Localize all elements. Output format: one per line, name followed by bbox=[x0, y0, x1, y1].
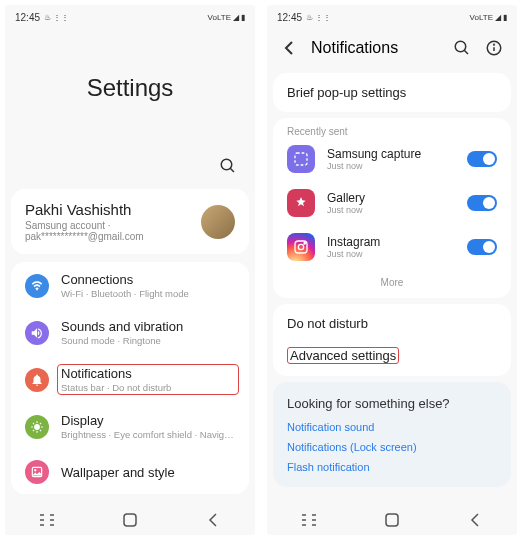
info-icon[interactable] bbox=[485, 39, 503, 57]
app-text: Samsung capture Just now bbox=[327, 147, 455, 171]
brief-popup-label: Brief pop-up settings bbox=[273, 73, 511, 112]
page-title: Settings bbox=[5, 29, 255, 157]
account-sub: Samsung account · pak************@gmail.… bbox=[25, 220, 201, 242]
home-button[interactable] bbox=[383, 511, 401, 529]
svg-rect-27 bbox=[386, 514, 398, 526]
settings-item-text: ConnectionsWi-Fi · Bluetooth · Flight mo… bbox=[61, 272, 235, 299]
back-button[interactable] bbox=[466, 511, 484, 529]
svg-line-13 bbox=[464, 50, 468, 54]
recently-sent-card: Recently sent Samsung capture Just now G… bbox=[273, 118, 511, 298]
svg-point-2 bbox=[34, 424, 40, 430]
nav-bar bbox=[267, 505, 517, 535]
nav-bar bbox=[5, 505, 255, 535]
settings-item-text: DisplayBrightness · Eye comfort shield ·… bbox=[61, 413, 235, 440]
dnd-advanced-card: Do not disturb Advanced settings bbox=[273, 304, 511, 376]
app-row-instagram[interactable]: Instagram Just now bbox=[273, 225, 511, 269]
settings-list: ConnectionsWi-Fi · Bluetooth · Flight mo… bbox=[11, 262, 249, 494]
app-text: Instagram Just now bbox=[327, 235, 455, 259]
settings-item-connections[interactable]: ConnectionsWi-Fi · Bluetooth · Flight mo… bbox=[11, 262, 249, 309]
bell-icon bbox=[25, 368, 49, 392]
settings-item-text: Wallpaper and style bbox=[61, 465, 235, 480]
svg-rect-17 bbox=[295, 153, 307, 165]
svg-point-12 bbox=[455, 41, 466, 52]
app-text: Gallery Just now bbox=[327, 191, 455, 215]
svg-point-4 bbox=[34, 469, 36, 471]
back-icon[interactable] bbox=[281, 40, 297, 56]
status-time: 12:45 bbox=[15, 12, 40, 23]
wallpaper-icon bbox=[25, 460, 49, 484]
looking-for-card: Looking for something else? Notification… bbox=[273, 382, 511, 487]
notifications-screen: 12:45 ♨ ⋮⋮ VoLTE◢▮ Notifications Brief p… bbox=[267, 5, 517, 535]
wifi-icon bbox=[25, 274, 49, 298]
advanced-settings-row[interactable]: Advanced settings bbox=[273, 343, 511, 376]
account-card[interactable]: Pakhi Vashishth Samsung account · pak***… bbox=[11, 189, 249, 254]
settings-item-sounds-and-vibration[interactable]: Sounds and vibrationSound mode · Rington… bbox=[11, 309, 249, 356]
status-right-icons: VoLTE◢▮ bbox=[208, 13, 245, 22]
looking-title: Looking for something else? bbox=[287, 396, 497, 411]
header-title: Notifications bbox=[311, 39, 439, 57]
avatar[interactable] bbox=[201, 205, 235, 239]
settings-item-text: NotificationsStatus bar · Do not disturb bbox=[61, 366, 235, 393]
brief-popup-card[interactable]: Brief pop-up settings bbox=[273, 73, 511, 112]
status-bar: 12:45 ♨ ⋮⋮ VoLTE◢▮ bbox=[267, 5, 517, 29]
settings-item-text: Sounds and vibrationSound mode · Rington… bbox=[61, 319, 235, 346]
settings-item-wallpaper-and-style[interactable]: Wallpaper and style bbox=[11, 450, 249, 494]
svg-point-19 bbox=[298, 244, 303, 249]
search-icon[interactable] bbox=[219, 157, 237, 175]
app-icon bbox=[287, 189, 315, 217]
header: Notifications bbox=[267, 29, 517, 67]
back-button[interactable] bbox=[204, 511, 222, 529]
more-button[interactable]: More bbox=[273, 269, 511, 298]
settings-item-display[interactable]: DisplayBrightness · Eye comfort shield ·… bbox=[11, 403, 249, 450]
toggle-switch[interactable] bbox=[467, 151, 497, 167]
svg-point-20 bbox=[304, 243, 305, 244]
svg-point-0 bbox=[221, 159, 232, 170]
link-notification-sound[interactable]: Notification sound bbox=[287, 421, 497, 433]
status-indicators: ♨ ⋮⋮ bbox=[306, 13, 331, 22]
recently-sent-label: Recently sent bbox=[273, 118, 511, 137]
status-right-icons: VoLTE◢▮ bbox=[470, 13, 507, 22]
svg-rect-11 bbox=[124, 514, 136, 526]
status-time: 12:45 bbox=[277, 12, 302, 23]
toggle-switch[interactable] bbox=[467, 195, 497, 211]
app-row-gallery[interactable]: Gallery Just now bbox=[273, 181, 511, 225]
recents-button[interactable] bbox=[300, 511, 318, 529]
display-icon bbox=[25, 415, 49, 439]
svg-point-16 bbox=[494, 44, 495, 45]
link-notifications-lock-screen[interactable]: Notifications (Lock screen) bbox=[287, 441, 497, 453]
toggle-switch[interactable] bbox=[467, 239, 497, 255]
advanced-settings-label: Advanced settings bbox=[287, 347, 399, 364]
home-button[interactable] bbox=[121, 511, 139, 529]
sound-icon bbox=[25, 321, 49, 345]
do-not-disturb-row[interactable]: Do not disturb bbox=[273, 304, 511, 343]
app-icon bbox=[287, 233, 315, 261]
status-bar: 12:45 ♨ ⋮⋮ VoLTE◢▮ bbox=[5, 5, 255, 29]
link-flash-notification[interactable]: Flash notification bbox=[287, 461, 497, 473]
app-icon bbox=[287, 145, 315, 173]
svg-line-1 bbox=[230, 168, 234, 172]
settings-screen: 12:45 ♨ ⋮⋮ VoLTE◢▮ Settings Pakhi Vashis… bbox=[5, 5, 255, 535]
status-indicators: ♨ ⋮⋮ bbox=[44, 13, 69, 22]
recents-button[interactable] bbox=[38, 511, 56, 529]
search-icon[interactable] bbox=[453, 39, 471, 57]
account-name: Pakhi Vashishth bbox=[25, 201, 201, 218]
app-row-samsung-capture[interactable]: Samsung capture Just now bbox=[273, 137, 511, 181]
settings-item-notifications[interactable]: NotificationsStatus bar · Do not disturb bbox=[11, 356, 249, 403]
